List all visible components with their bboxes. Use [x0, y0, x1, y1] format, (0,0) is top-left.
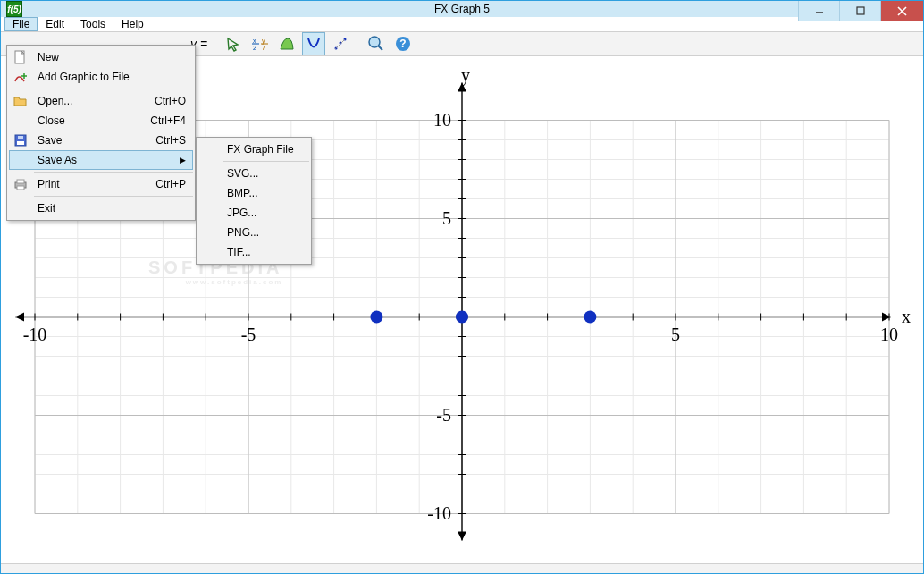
add-graphic-icon — [13, 69, 29, 85]
svg-rect-129 — [17, 141, 24, 145]
parabola-tool-icon[interactable] — [302, 32, 325, 55]
app-window: f(5) FX Graph 5 File Edit Tools Help y = — [0, 0, 924, 574]
menu-separator — [223, 161, 309, 162]
menuitem-close[interactable]: CloseCtrl+F4 — [9, 111, 193, 131]
svg-text:7: 7 — [262, 45, 265, 51]
menuitem-save[interactable]: SaveCtrl+S — [9, 131, 193, 150]
arrow-tool-icon[interactable] — [222, 32, 245, 55]
menu-help[interactable]: Help — [113, 17, 152, 31]
minimize-button[interactable] — [798, 1, 839, 21]
svg-text:-5: -5 — [436, 405, 451, 425]
menuitem-add-graphic[interactable]: Add Graphic to File — [9, 67, 193, 87]
window-title: FX Graph 5 — [1, 3, 923, 15]
submenu-svg[interactable]: SVG... — [198, 164, 309, 183]
svg-text:?: ? — [399, 38, 406, 50]
titlebar: f(5) FX Graph 5 — [1, 1, 923, 17]
svg-text:5: 5 — [671, 325, 680, 344]
help-tool-icon[interactable]: ? — [391, 32, 415, 55]
submenu-fxgraph[interactable]: FX Graph File — [198, 139, 309, 159]
svg-rect-132 — [17, 180, 24, 183]
points-tool-icon[interactable] — [329, 32, 352, 55]
svg-rect-130 — [18, 136, 23, 139]
menu-file[interactable]: File — [4, 17, 38, 31]
new-file-icon — [13, 49, 29, 65]
svg-text:x: x — [902, 307, 911, 326]
menuitem-save-as[interactable]: Save As▶ — [9, 150, 193, 170]
svg-text:x: x — [253, 38, 256, 44]
svg-text:2: 2 — [253, 45, 256, 51]
file-menu-dropdown: New Add Graphic to File Open...Ctrl+O Cl… — [6, 45, 196, 221]
fraction-tool-icon[interactable]: x2y7 — [248, 32, 272, 55]
integral-tool-icon[interactable] — [275, 32, 298, 55]
save-as-submenu: FX Graph File SVG... BMP... JPG... PNG..… — [196, 137, 312, 265]
save-disk-icon — [13, 132, 29, 148]
menu-separator — [34, 196, 193, 197]
menuitem-exit[interactable]: Exit — [9, 198, 193, 218]
svg-text:10: 10 — [433, 110, 451, 130]
svg-text:5: 5 — [442, 208, 451, 228]
submenu-tif[interactable]: TIF... — [198, 242, 309, 262]
svg-point-123 — [456, 311, 468, 324]
menu-tools[interactable]: Tools — [72, 17, 113, 31]
svg-text:y: y — [461, 65, 470, 86]
svg-text:-10: -10 — [23, 325, 47, 344]
menubar: File Edit Tools Help — [1, 17, 923, 32]
close-button[interactable] — [880, 1, 923, 21]
submenu-bmp[interactable]: BMP... — [198, 183, 309, 203]
svg-point-122 — [370, 311, 382, 324]
svg-text:10: 10 — [880, 325, 898, 344]
menuitem-print[interactable]: PrintCtrl+P — [9, 174, 193, 194]
app-icon: f(5) — [6, 1, 22, 17]
maximize-button[interactable] — [839, 1, 880, 21]
submenu-png[interactable]: PNG... — [198, 223, 309, 242]
print-icon — [13, 176, 29, 192]
svg-point-124 — [584, 311, 596, 324]
statusbar — [1, 563, 923, 573]
open-folder-icon — [13, 93, 29, 109]
window-controls — [798, 1, 923, 21]
menuitem-new[interactable]: New — [9, 47, 193, 67]
menu-separator — [34, 172, 193, 173]
submenu-jpg[interactable]: JPG... — [198, 203, 309, 223]
zoom-tool-icon[interactable] — [365, 32, 388, 55]
svg-rect-1 — [857, 7, 864, 14]
svg-rect-133 — [17, 186, 24, 190]
menu-edit[interactable]: Edit — [38, 17, 72, 31]
menuitem-open[interactable]: Open...Ctrl+O — [9, 91, 193, 111]
menu-separator — [34, 89, 193, 89]
submenu-arrow-icon: ▶ — [180, 156, 186, 165]
svg-line-14 — [378, 46, 382, 50]
svg-text:-5: -5 — [241, 325, 256, 344]
svg-text:-10: -10 — [427, 503, 451, 523]
